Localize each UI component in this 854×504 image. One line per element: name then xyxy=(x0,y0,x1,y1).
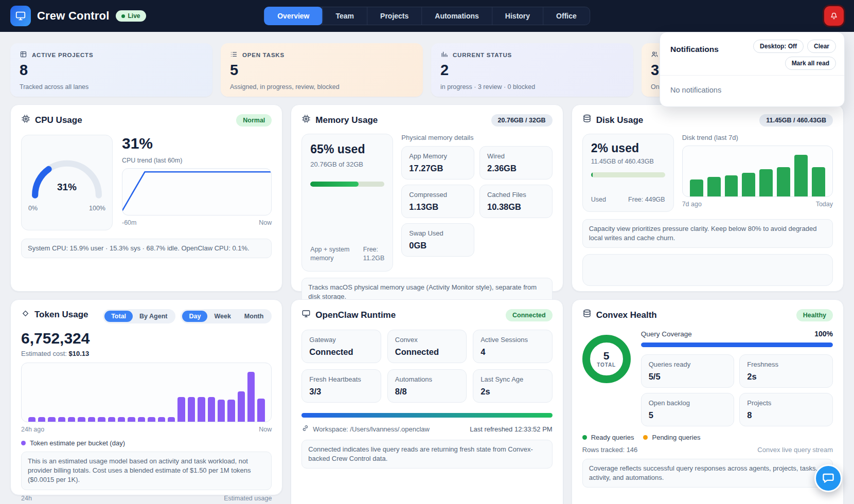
disk-database-icon xyxy=(582,114,592,126)
runtime-tile-gateway: GatewayConnected xyxy=(301,330,381,363)
stream-label: Convex live query stream xyxy=(757,446,833,454)
live-badge: Live xyxy=(116,10,146,22)
main-nav: Overview Team Projects Automations Histo… xyxy=(264,7,590,25)
disk-x-end: Today xyxy=(816,201,833,208)
memory-left-caption: App + system memory xyxy=(310,245,359,263)
stat-value: 8 xyxy=(20,63,203,78)
token-x-end: Now xyxy=(259,426,272,433)
bar xyxy=(218,400,225,422)
metrics-row-2: Token Usage Total By Agent Day Week Mont… xyxy=(10,299,844,504)
memory-tile-app: App Memory17.27GB xyxy=(401,146,474,179)
bar xyxy=(138,417,145,422)
rows-tracked: Rows tracked: 146 xyxy=(582,446,638,454)
convex-database-icon xyxy=(582,309,592,321)
bar xyxy=(78,417,85,422)
runtime-tile-convex: ConvexConnected xyxy=(387,330,467,363)
memory-total-badge: 20.76GB / 32GB xyxy=(491,114,553,127)
seg-option-day[interactable]: Day xyxy=(182,311,207,322)
coverage-track xyxy=(641,343,833,347)
disk-used-pct: 2% used xyxy=(591,141,665,155)
link-icon xyxy=(301,424,309,434)
token-note: This is an estimated usage model based o… xyxy=(21,452,272,490)
legend-ready-label: Ready queries xyxy=(591,434,634,441)
token-scope-segment: Total By Agent xyxy=(103,309,175,323)
tab-automations[interactable]: Automations xyxy=(421,7,492,25)
users-icon xyxy=(651,50,659,59)
card-title: Convex Health xyxy=(596,310,657,320)
convex-tile-queries-ready: Queries ready5/5 xyxy=(641,354,735,388)
runtime-tile-heartbeats: Fresh Heartbeats3/3 xyxy=(301,369,381,403)
seg-option-week[interactable]: Week xyxy=(207,311,237,322)
disk-used-label: Used xyxy=(591,195,606,204)
tab-office[interactable]: Office xyxy=(543,7,590,25)
cpu-usage-card: CPU Usage Normal 31% 0% 100% xyxy=(10,104,282,292)
convex-note: Coverage reflects successful query respo… xyxy=(582,459,833,488)
legend-dot-ready xyxy=(582,435,587,440)
tab-projects[interactable]: Projects xyxy=(367,7,421,25)
memory-usage-card: Memory Usage 20.76GB / 32GB 65% used 20.… xyxy=(291,104,563,292)
legend-pending-label: Pending queries xyxy=(652,434,700,441)
clear-button[interactable]: Clear xyxy=(807,40,836,53)
notifications-empty-state: No notifications xyxy=(660,75,844,106)
bar xyxy=(742,173,755,196)
tab-team[interactable]: Team xyxy=(322,7,367,25)
donut-value: 5 xyxy=(603,350,610,361)
stat-value: 5 xyxy=(230,63,414,78)
disk-summary-panel: 2% used 11.45GB of 460.43GB Used Free: 4… xyxy=(582,134,674,212)
stat-open-tasks: OPEN TASKS 5 Assigned, in progress, revi… xyxy=(221,43,423,97)
bar xyxy=(68,417,75,422)
bar xyxy=(198,397,205,422)
token-cost-label: Estimated cost: xyxy=(21,350,67,357)
card-title: OpenClaw Runtime xyxy=(315,310,396,320)
grid-icon xyxy=(20,50,27,59)
top-header: Crew Control Live Overview Team Projects… xyxy=(0,0,854,32)
notifications-bell-button[interactable] xyxy=(824,6,844,26)
convex-health-card: Convex Health Healthy 5 TOTAL Query Cove… xyxy=(572,299,844,504)
bar xyxy=(777,167,790,196)
bar xyxy=(812,167,825,196)
memory-used-detail: 20.76GB of 32GB xyxy=(310,160,384,168)
memory-tile-wired: Wired2.36GB xyxy=(479,146,553,179)
chat-fab-button[interactable] xyxy=(814,464,842,492)
crew-control-dashboard: Crew Control Live Overview Team Projects… xyxy=(0,0,854,504)
cpu-note: System CPU: 15.9% user · 15.3% sys · 68.… xyxy=(21,239,272,258)
cpu-trend-label: CPU trend (last 60m) xyxy=(122,157,272,164)
bar xyxy=(208,397,215,422)
bar xyxy=(707,177,721,196)
memory-tile-swap: Swap Used0GB xyxy=(401,223,474,257)
gauge-max: 100% xyxy=(89,205,105,212)
bar xyxy=(88,417,95,422)
brand: Crew Control Live xyxy=(10,6,146,26)
bar xyxy=(118,417,125,422)
memory-progress-track xyxy=(310,182,384,187)
bar xyxy=(227,400,235,422)
memory-tile-compressed: Compressed1.13GB xyxy=(401,185,474,218)
cpu-big-value: 31% xyxy=(122,135,272,152)
desktop-toggle-button[interactable]: Desktop: Off xyxy=(753,40,804,53)
token-usage-card: Token Usage Total By Agent Day Week Mont… xyxy=(10,299,282,495)
seg-option-by-agent[interactable]: By Agent xyxy=(133,311,174,322)
bell-icon xyxy=(829,10,839,22)
bar xyxy=(257,399,264,422)
memory-free-value: 11.2GB xyxy=(363,255,384,262)
runtime-tile-automations: Automations8/8 xyxy=(387,369,467,403)
cpu-gauge-panel: 31% 0% 100% xyxy=(21,135,113,230)
bar xyxy=(794,155,808,196)
bar xyxy=(48,417,55,422)
tab-overview[interactable]: Overview xyxy=(264,7,323,25)
seg-option-total[interactable]: Total xyxy=(104,311,133,322)
bar xyxy=(58,417,65,422)
runtime-note: Connected indicates live query reads are… xyxy=(301,440,552,469)
bar xyxy=(690,179,703,196)
memory-progress-fill xyxy=(310,182,359,187)
status-bars-icon xyxy=(440,50,448,59)
bar xyxy=(128,417,135,422)
tab-history[interactable]: History xyxy=(492,7,543,25)
runtime-tile-sync-age: Last Sync Age2s xyxy=(473,369,552,403)
seg-option-month[interactable]: Month xyxy=(238,311,270,322)
runtime-status-badge: Connected xyxy=(506,309,553,321)
token-footer-right: Estimated usage xyxy=(224,495,272,502)
mark-all-read-button[interactable]: Mark all read xyxy=(785,57,836,70)
memory-used-pct: 65% used xyxy=(310,142,384,156)
cpu-trend-chart xyxy=(122,168,272,215)
